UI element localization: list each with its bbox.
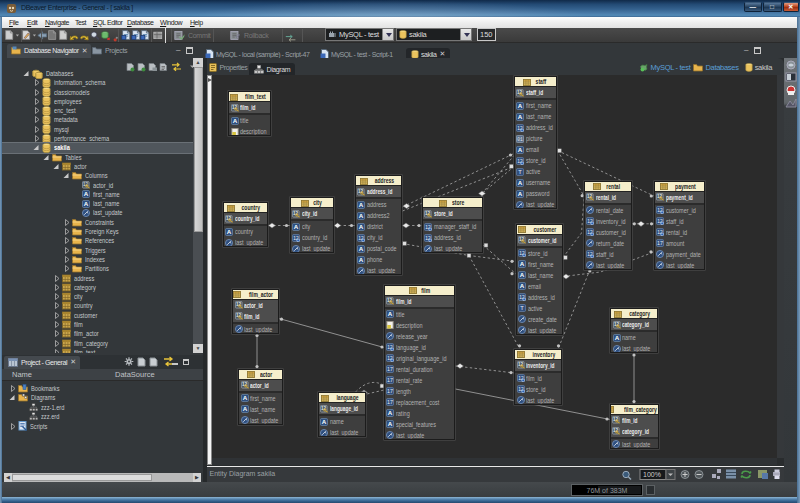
svg-text:A: A [388,310,393,317]
svg-text:A: A [294,223,299,230]
svg-text:A: A [520,260,525,267]
svg-text:17: 17 [387,399,393,405]
svg-text:01: 01 [517,136,523,141]
svg-text:A: A [359,201,364,208]
svg-text:A: A [520,271,525,278]
svg-text:A: A [232,117,237,124]
svg-text:A: A [227,228,232,235]
svg-text:A: A [359,256,364,263]
svg-text:A: A [359,223,364,230]
svg-text:17: 17 [387,366,393,372]
svg-text:17: 17 [387,388,393,394]
svg-text:A: A [84,200,89,207]
svg-text:100%: 100% [643,471,661,478]
svg-text:A: A [518,113,523,120]
svg-text:A: A [84,191,89,198]
svg-text:A: A [388,420,393,427]
svg-text:A: A [242,405,247,412]
svg-text:17: 17 [387,377,393,383]
svg-text:A: A [518,146,523,153]
svg-text:A: A [520,282,525,289]
svg-text:A: A [359,245,364,252]
svg-text:A: A [359,212,364,219]
svg-text:A: A [614,334,619,341]
svg-text:A: A [518,179,523,186]
svg-text:A: A [518,102,523,109]
svg-text:T: T [520,305,524,311]
svg-text:A: A [322,418,327,425]
svg-text:A: A [518,190,523,197]
svg-text:17: 17 [657,240,663,246]
svg-text:A: A [388,409,393,416]
svg-text:T: T [518,169,522,175]
svg-text:A: A [242,394,247,401]
